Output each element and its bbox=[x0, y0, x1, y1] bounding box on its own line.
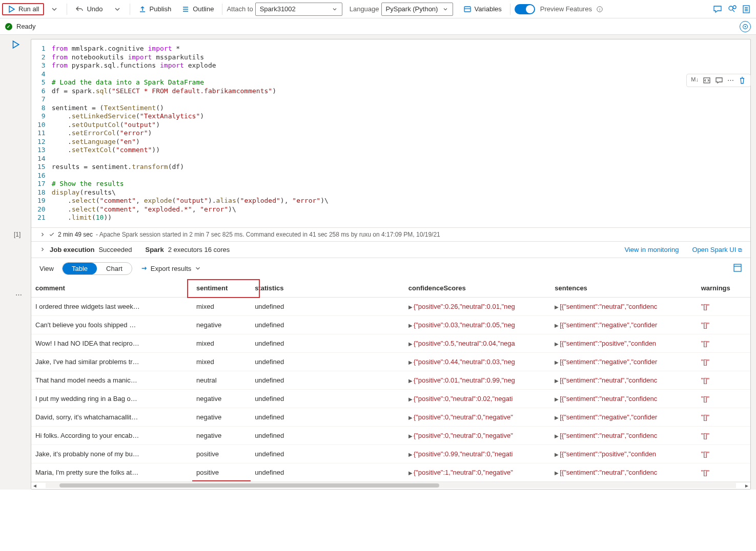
cell-confidence[interactable]: ▶{"positive":0.99,"neutral":0,"negati bbox=[404, 444, 550, 463]
run-all-button[interactable]: Run all bbox=[2, 3, 44, 15]
cell-sentiment: positive bbox=[192, 463, 251, 481]
chevron-right-icon[interactable] bbox=[39, 231, 46, 238]
variables-button[interactable]: Variables bbox=[459, 3, 506, 15]
table-row[interactable]: Can't believe you fools shipped …negativ… bbox=[31, 315, 750, 334]
outline-label: Outline bbox=[193, 5, 214, 13]
chevron-down-icon bbox=[442, 6, 448, 12]
language-select[interactable]: PySpark (Python) bbox=[381, 3, 453, 16]
properties-icon bbox=[742, 23, 749, 30]
horizontal-scrollbar[interactable]: ◄ ► bbox=[31, 482, 750, 489]
view-monitoring-link[interactable]: View in monitoring bbox=[624, 246, 679, 253]
header-sentiment[interactable]: sentiment bbox=[192, 279, 251, 298]
cell-sentences[interactable]: ▶[{"sentiment":"positive","confiden bbox=[550, 334, 697, 352]
cell-index: [1] bbox=[14, 231, 21, 238]
code-body[interactable]: 1 2 3 4 5 6 7 8 9 10 11 12 13 14 15 16 1… bbox=[31, 39, 750, 227]
preview-toggle[interactable] bbox=[515, 4, 535, 14]
cell-comment: Can't believe you fools shipped … bbox=[31, 315, 192, 334]
cell-confidence[interactable]: ▶{"positive":0.44,"neutral":0.03,"neg bbox=[404, 352, 550, 371]
table-row[interactable]: I ordered three widgets last week…mixedu… bbox=[31, 297, 750, 315]
svg-rect-9 bbox=[734, 264, 741, 271]
cell-warnings: "[]" bbox=[697, 426, 750, 444]
cell-sentences[interactable]: ▶[{"sentiment":"neutral","confidenc bbox=[550, 389, 697, 408]
cell-confidence[interactable]: ▶{"positive":0,"neutral":0.02,"negati bbox=[404, 389, 550, 408]
more-actions[interactable]: ⋯ bbox=[12, 291, 25, 299]
cell-sentences[interactable]: ▶[{"sentiment":"neutral","confidenc bbox=[550, 426, 697, 444]
more-cell-icon[interactable]: ⋯ bbox=[727, 76, 734, 84]
cell-confidence[interactable]: ▶{"positive":0,"neutral":0,"negative" bbox=[404, 426, 550, 444]
separator bbox=[130, 4, 130, 15]
open-spark-ui-link[interactable]: Open Spark UI ⧉ bbox=[692, 246, 742, 253]
exec-time: 2 min 49 sec bbox=[58, 231, 93, 238]
language-value: PySpark (Python) bbox=[386, 5, 438, 13]
cell-sentences[interactable]: ▶[{"sentiment":"neutral","confidenc bbox=[550, 371, 697, 389]
undo-button[interactable]: Undo bbox=[71, 3, 107, 15]
header-sentences[interactable]: sentences bbox=[550, 279, 697, 298]
cell-sentiment: mixed bbox=[192, 334, 251, 352]
cell-sentences[interactable]: ▶[{"sentiment":"negative","confider bbox=[550, 352, 697, 371]
scroll-track[interactable] bbox=[46, 483, 736, 488]
table-row[interactable]: Hi folks. According to your encab…negati… bbox=[31, 426, 750, 444]
table-row[interactable]: That hand model needs a manic…neutralund… bbox=[31, 371, 750, 389]
chevron-down-icon bbox=[50, 5, 58, 13]
cell-warnings: "[]" bbox=[697, 352, 750, 371]
cell-warnings: "[]" bbox=[697, 315, 750, 334]
chevron-down-icon bbox=[194, 265, 201, 272]
run-dropdown[interactable] bbox=[46, 3, 63, 15]
attach-to-select[interactable]: Spark31002 bbox=[255, 3, 342, 16]
separator bbox=[510, 4, 510, 15]
find-icon[interactable] bbox=[727, 5, 737, 14]
notebook-icon[interactable] bbox=[742, 5, 751, 14]
table-view-button[interactable]: Table bbox=[63, 263, 97, 274]
cell-sentences[interactable]: ▶[{"sentiment":"negative","confider bbox=[550, 315, 697, 334]
cell-confidence[interactable]: ▶{"positive":0.01,"neutral":0.99,"neg bbox=[404, 371, 550, 389]
cell-confidence[interactable]: ▶{"positive":0.5,"neutral":0.04,"nega bbox=[404, 334, 550, 352]
cell-sentences[interactable]: ▶[{"sentiment":"negative","confider bbox=[550, 408, 697, 426]
header-comment[interactable]: comment bbox=[31, 279, 192, 298]
cell-warnings: "[]" bbox=[697, 444, 750, 463]
undo-dropdown[interactable] bbox=[109, 3, 126, 15]
scroll-right-arrow[interactable]: ► bbox=[743, 483, 750, 489]
code-content[interactable]: from mmlspark.cognitive import * from no… bbox=[52, 45, 329, 222]
cell-statistics: undefined bbox=[251, 444, 404, 463]
convert-cell-icon[interactable] bbox=[703, 76, 711, 84]
cell-warnings: "[]" bbox=[697, 371, 750, 389]
cell-confidence[interactable]: ▶{"positive":0.03,"neutral":0.05,"neg bbox=[404, 315, 550, 334]
export-results-button[interactable]: Export results bbox=[140, 265, 201, 272]
delete-cell-icon[interactable] bbox=[738, 76, 746, 84]
cell-confidence[interactable]: ▶{"positive":0,"neutral":0,"negative" bbox=[404, 408, 550, 426]
header-warnings[interactable]: warnings bbox=[697, 279, 750, 298]
table-row[interactable]: Jake, it's probably none of my bu…positi… bbox=[31, 444, 750, 463]
chevron-right-icon[interactable] bbox=[39, 246, 46, 252]
job-status: Succeeded bbox=[98, 246, 132, 253]
outline-button[interactable]: Outline bbox=[177, 3, 218, 15]
header-confidence[interactable]: confidenceScores bbox=[404, 279, 550, 298]
comment-cell-icon[interactable] bbox=[715, 76, 723, 84]
maximize-button[interactable] bbox=[733, 263, 742, 274]
scroll-left-arrow[interactable]: ◄ bbox=[31, 483, 38, 489]
play-icon bbox=[7, 5, 15, 13]
svg-text:i: i bbox=[599, 7, 600, 11]
publish-button[interactable]: Publish bbox=[134, 3, 176, 15]
table-row[interactable]: David, sorry, it's whatchamacallit…negat… bbox=[31, 408, 750, 426]
cell-sentences[interactable]: ▶[{"sentiment":"neutral","confidenc bbox=[550, 297, 697, 315]
table-row[interactable]: Maria, I'm pretty sure the folks at…posi… bbox=[31, 463, 750, 481]
info-icon[interactable]: i bbox=[596, 6, 603, 13]
cell-toolbar: M↓ ⋯ bbox=[686, 74, 751, 87]
cell-confidence[interactable]: ▶{"positive":0.26,"neutral":0.01,"neg bbox=[404, 297, 550, 315]
properties-button[interactable] bbox=[740, 21, 751, 32]
header-statistics[interactable]: statistics bbox=[251, 279, 404, 298]
scroll-thumb[interactable] bbox=[59, 483, 439, 488]
cell-comment: Hi folks. According to your encab… bbox=[31, 426, 192, 444]
cell-sentences[interactable]: ▶[{"sentiment":"neutral","confidenc bbox=[550, 463, 697, 481]
table-row[interactable]: Jake, I've had similar problems tr…mixed… bbox=[31, 352, 750, 371]
chart-view-button[interactable]: Chart bbox=[97, 263, 132, 274]
result-toolbar: View Table Chart Export results bbox=[31, 258, 750, 279]
move-cell-icon[interactable]: M↓ bbox=[691, 76, 699, 84]
cell-confidence[interactable]: ▶{"positive":1,"neutral":0,"negative" bbox=[404, 463, 550, 481]
table-row[interactable]: I put my wedding ring in a Bag o…negativ… bbox=[31, 389, 750, 408]
run-cell-icon[interactable] bbox=[11, 40, 20, 49]
table-row[interactable]: Wow! I had NO IDEA that recipro…mixedund… bbox=[31, 334, 750, 352]
cell-sentiment: negative bbox=[192, 315, 251, 334]
cell-sentences[interactable]: ▶[{"sentiment":"positive","confiden bbox=[550, 444, 697, 463]
comment-icon[interactable] bbox=[713, 5, 722, 14]
